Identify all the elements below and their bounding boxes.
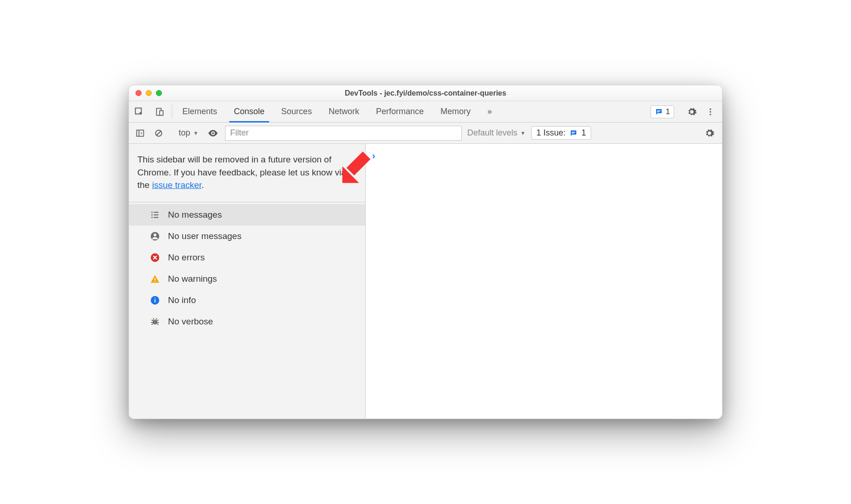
tab-performance[interactable]: Performance	[367, 101, 432, 122]
filter-label: No info	[168, 295, 196, 305]
svg-rect-16	[154, 212, 158, 213]
filter-messages[interactable]: No messages	[129, 204, 365, 226]
maximize-window-button[interactable]	[156, 90, 162, 96]
filter-user-messages[interactable]: No user messages	[129, 226, 365, 247]
filter-warnings[interactable]: No warnings	[129, 268, 365, 290]
dropdown-triangle-icon: ▼	[520, 130, 526, 136]
svg-point-17	[151, 214, 153, 215]
more-menu-icon[interactable]	[703, 104, 718, 120]
svg-rect-14	[572, 133, 574, 134]
warning-icon	[149, 273, 161, 284]
console-toolbar: top ▼ Default levels ▼ 1 Issue: 1	[129, 123, 722, 144]
live-expression-icon[interactable]	[206, 127, 219, 140]
console-output[interactable]: ›	[366, 144, 722, 419]
error-icon	[149, 252, 161, 263]
levels-label: Default levels	[467, 128, 517, 138]
clear-console-icon[interactable]	[152, 127, 165, 140]
issues-count: 1	[581, 128, 586, 138]
traffic-lights	[129, 90, 162, 96]
svg-rect-28	[155, 297, 155, 298]
deprecation-text-post: .	[201, 180, 204, 190]
svg-rect-4	[657, 111, 659, 112]
svg-point-12	[212, 132, 214, 134]
dropdown-triangle-icon: ▼	[193, 130, 199, 136]
svg-point-19	[151, 217, 153, 218]
tab-more[interactable]: »	[479, 101, 500, 122]
tab-elements[interactable]: Elements	[174, 101, 226, 122]
inspect-element-icon[interactable]	[129, 101, 149, 122]
issues-badge[interactable]: 1	[651, 105, 674, 118]
context-selector[interactable]: top ▼	[176, 127, 201, 139]
window-title: DevTools - jec.fyi/demo/css-container-qu…	[129, 89, 722, 97]
svg-line-11	[156, 131, 161, 136]
console-sidebar: This sidebar will be removed in a future…	[129, 144, 366, 419]
svg-rect-13	[572, 132, 575, 133]
svg-rect-20	[154, 217, 158, 218]
titlebar: DevTools - jec.fyi/demo/css-container-qu…	[129, 85, 722, 101]
device-toolbar-icon[interactable]	[149, 101, 170, 122]
tab-memory[interactable]: Memory	[432, 101, 479, 122]
filter-label: No messages	[168, 210, 222, 220]
svg-point-6	[709, 111, 711, 112]
svg-rect-3	[657, 110, 661, 111]
filter-label: No verbose	[168, 317, 213, 327]
list-icon	[149, 209, 161, 220]
svg-rect-2	[160, 110, 163, 115]
svg-point-15	[151, 212, 153, 213]
separator	[172, 105, 172, 118]
settings-icon[interactable]	[684, 104, 700, 120]
tab-network[interactable]: Network	[320, 101, 367, 122]
console-prompt: ›	[372, 150, 375, 161]
filter-info[interactable]: No info	[129, 290, 365, 311]
chat-icon	[569, 129, 578, 137]
close-window-button[interactable]	[135, 90, 142, 96]
tab-sources[interactable]: Sources	[273, 101, 320, 122]
tab-console[interactable]: Console	[226, 101, 273, 122]
svg-point-22	[154, 233, 156, 236]
filter-errors[interactable]: No errors	[129, 247, 365, 268]
log-levels-selector[interactable]: Default levels ▼	[467, 128, 526, 138]
issues-counter[interactable]: 1 Issue: 1	[531, 126, 591, 140]
svg-point-7	[709, 114, 711, 115]
filter-verbose[interactable]: No verbose	[129, 311, 365, 332]
bug-icon	[149, 316, 161, 327]
svg-rect-27	[155, 299, 155, 302]
issues-badge-count: 1	[666, 107, 670, 116]
filter-label: No errors	[168, 252, 205, 263]
chat-icon	[655, 108, 663, 116]
main-tabbar: Elements Console Sources Network Perform…	[129, 101, 722, 123]
issues-label: 1 Issue:	[536, 128, 566, 138]
issue-tracker-link[interactable]: issue tracker	[152, 180, 202, 190]
console-settings-icon[interactable]	[702, 125, 717, 141]
svg-rect-25	[155, 281, 155, 282]
svg-rect-24	[155, 278, 155, 280]
minimize-window-button[interactable]	[146, 90, 152, 96]
svg-rect-18	[154, 214, 158, 215]
user-icon	[149, 231, 161, 242]
svg-point-5	[709, 108, 711, 110]
info-icon	[149, 295, 161, 306]
svg-rect-8	[137, 130, 144, 136]
console-body: This sidebar will be removed in a future…	[129, 144, 722, 419]
filter-list: No messages No user messages No errors N…	[129, 202, 365, 332]
toggle-sidebar-icon[interactable]	[134, 127, 147, 140]
filter-label: No warnings	[168, 274, 217, 284]
filter-label: No user messages	[168, 231, 241, 241]
context-label: top	[179, 128, 190, 138]
deprecation-notice: This sidebar will be removed in a future…	[129, 144, 365, 202]
filter-input[interactable]	[225, 126, 462, 141]
devtools-window: DevTools - jec.fyi/demo/css-container-qu…	[129, 85, 722, 419]
